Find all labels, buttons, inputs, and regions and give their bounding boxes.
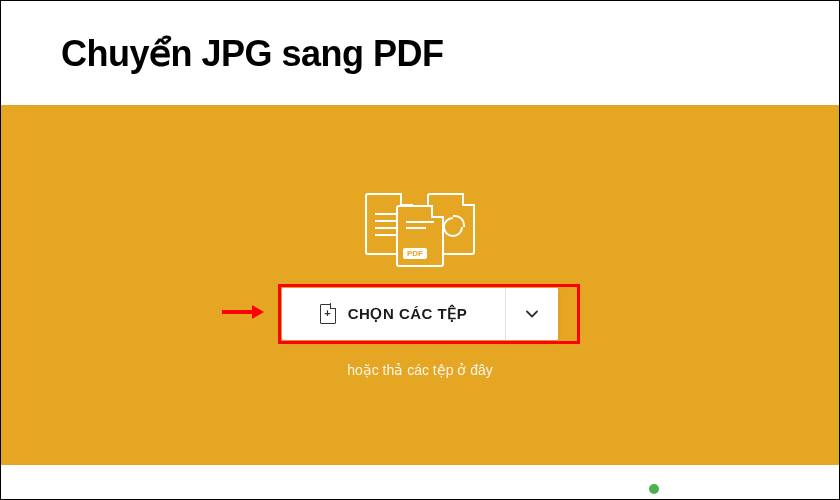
file-add-icon: + — [320, 304, 336, 324]
chevron-down-icon — [526, 308, 538, 320]
page-title: Chuyển JPG sang PDF — [61, 33, 779, 75]
drop-hint-text: hoặc thả các tệp ở đây — [347, 362, 493, 378]
pdf-file-icon: PDF — [396, 205, 444, 267]
page-footer — [1, 479, 839, 499]
upload-dropzone[interactable]: PDF + CHỌN CÁC TỆP hoặc thả các — [1, 105, 839, 465]
pdf-badge-label: PDF — [403, 248, 427, 259]
file-stack-icon: PDF — [365, 193, 475, 268]
choose-files-button-group: + CHỌN CÁC TỆP — [282, 288, 559, 340]
choose-files-button[interactable]: + CHỌN CÁC TỆP — [282, 288, 506, 340]
choose-files-dropdown-toggle[interactable] — [505, 288, 558, 340]
arrow-right-indicator-icon — [222, 303, 264, 325]
page-header: Chuyển JPG sang PDF — [1, 1, 839, 105]
choose-button-wrapper: + CHỌN CÁC TỆP — [282, 288, 559, 340]
choose-files-label: CHỌN CÁC TỆP — [348, 305, 468, 323]
status-dot-icon — [649, 484, 659, 494]
svg-marker-1 — [252, 305, 264, 319]
